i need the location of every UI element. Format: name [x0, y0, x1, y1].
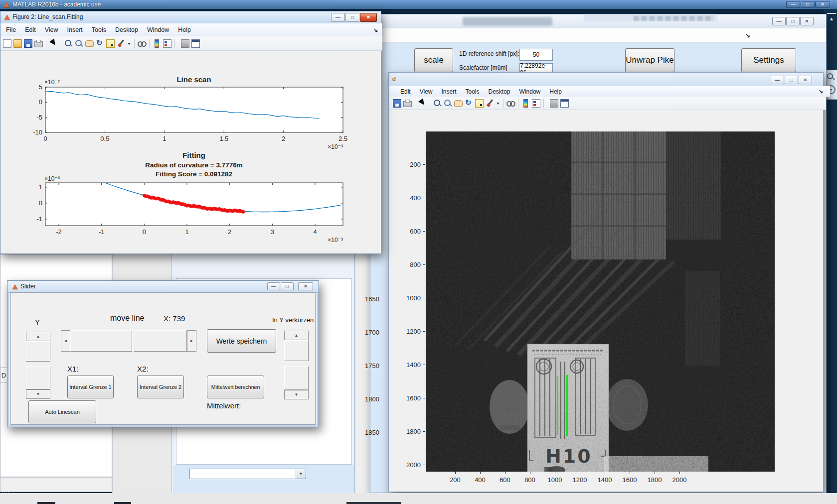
x-tick-label: 1800: [644, 476, 666, 484]
y-tick-label: 2000: [400, 461, 421, 469]
menu-item-tools[interactable]: Tools: [461, 87, 484, 97]
shorten-down-button[interactable]: ▼: [284, 390, 309, 399]
zoomout-icon[interactable]: [444, 99, 452, 108]
unwrap-pike-button[interactable]: Unwrap Pike: [625, 48, 674, 72]
svg-text:×10⁻⁷: ×10⁻⁷: [44, 79, 60, 86]
graysq-icon[interactable]: [181, 39, 189, 48]
save-values-button[interactable]: Werte speichern: [207, 329, 276, 353]
cursor-icon[interactable]: [49, 39, 58, 48]
menu-item-desktop[interactable]: Desktop: [111, 25, 143, 35]
zoomout-icon[interactable]: [75, 39, 83, 48]
gap-strip: [355, 252, 370, 496]
figure-d-titlebar[interactable]: d: [389, 73, 823, 87]
legend-icon[interactable]: [163, 39, 171, 48]
link-icon[interactable]: [138, 39, 146, 48]
interval2-button[interactable]: Interval Grenze 2: [137, 376, 184, 398]
scale-button[interactable]: scale: [414, 48, 453, 72]
zoomin-icon[interactable]: [433, 99, 442, 108]
figure-d-toolbar: [389, 97, 826, 110]
slider-left-button[interactable]: ◄: [61, 330, 70, 352]
menu-item-insert[interactable]: Insert: [437, 87, 461, 97]
search-icon[interactable]: [826, 72, 836, 82]
auto-linescan-button[interactable]: Auto Linescan: [28, 400, 96, 423]
menu-item-window[interactable]: Window: [515, 87, 545, 97]
figure-d-minimize-button[interactable]: —: [771, 76, 784, 84]
menu-item-window[interactable]: Window: [143, 25, 173, 35]
colorbar-icon[interactable]: [155, 39, 159, 48]
gui-minimize-button[interactable]: —: [772, 17, 786, 25]
rotate-icon[interactable]: [96, 39, 104, 48]
figure-d-maximize-button[interactable]: □: [785, 76, 798, 84]
hand-icon[interactable]: [85, 40, 94, 47]
side-tab[interactable]: D: [0, 368, 7, 382]
y-tick: [423, 164, 425, 165]
figure-d-close-button[interactable]: ✕: [799, 76, 812, 84]
menu-item-insert[interactable]: Insert: [63, 25, 87, 35]
slider-right-button[interactable]: ►: [187, 330, 196, 352]
figure2-minimize-button[interactable]: —: [331, 13, 345, 22]
y-slider-up-button[interactable]: ▲: [26, 332, 50, 341]
matlab-close-button[interactable]: ✕: [815, 1, 830, 8]
slider-maximize-button[interactable]: □: [281, 282, 294, 290]
menu-item-edit[interactable]: Edit: [396, 87, 415, 97]
brush-icon[interactable]: [486, 99, 494, 108]
datatip-icon[interactable]: [106, 39, 115, 48]
datatip-icon[interactable]: [475, 99, 484, 108]
gui-titlebar[interactable]: [370, 14, 826, 29]
brush-icon[interactable]: [117, 39, 125, 48]
save-icon[interactable]: [393, 99, 401, 108]
y-tick: [423, 465, 425, 465]
collapse-panel-icon[interactable]: ▲: [827, 13, 836, 23]
undock-icon[interactable]: ↘: [819, 88, 823, 95]
gui-close-button[interactable]: ✕: [800, 17, 814, 25]
caret-icon[interactable]: [496, 99, 500, 108]
matlab-maximize-button[interactable]: □: [801, 1, 815, 8]
menu-item-edit[interactable]: Edit: [20, 25, 40, 35]
shorten-up-button[interactable]: ▲: [284, 331, 309, 340]
menu-item-file[interactable]: File: [1, 25, 20, 35]
gui-maximize-button[interactable]: □: [786, 17, 800, 25]
hand-icon[interactable]: [454, 100, 463, 107]
linescan-marker-line[interactable]: [557, 377, 558, 435]
y-tick: [423, 365, 425, 365]
slider-close-button[interactable]: ✕: [298, 282, 313, 290]
background-combobox[interactable]: ▼: [189, 469, 306, 479]
colorbar-icon[interactable]: [523, 99, 528, 108]
menu-item-view[interactable]: View: [40, 25, 63, 35]
figure2-maximize-button[interactable]: □: [345, 13, 359, 22]
svg-text:-1: -1: [99, 228, 105, 236]
menu-item-view[interactable]: View: [415, 87, 437, 97]
linescan-marker-line[interactable]: [566, 375, 568, 436]
menu-item-help[interactable]: Help: [545, 87, 566, 97]
matlab-minimize-button[interactable]: —: [786, 1, 800, 8]
undock-icon[interactable]: ↘: [745, 32, 750, 39]
figure2-close-button[interactable]: ✕: [360, 13, 377, 22]
print-icon[interactable]: [34, 41, 43, 47]
graysq-icon[interactable]: [550, 99, 558, 108]
window-icon[interactable]: [560, 99, 569, 108]
caret-icon[interactable]: [127, 39, 131, 48]
menu-item-tools[interactable]: Tools: [87, 25, 111, 35]
menu-item-desktop[interactable]: Desktop: [484, 87, 515, 97]
save-icon[interactable]: [24, 39, 32, 48]
page-icon[interactable]: [3, 39, 11, 48]
link-icon[interactable]: [506, 99, 515, 108]
zoomin-icon[interactable]: [64, 39, 73, 48]
mean-button[interactable]: Mittelwert berechnen: [207, 376, 264, 398]
y-slider-down-button[interactable]: ▼: [26, 389, 50, 399]
slider-minimize-button[interactable]: —: [267, 282, 280, 290]
menu-item-help[interactable]: Help: [173, 25, 195, 35]
print-icon[interactable]: [403, 101, 412, 107]
interval1-button[interactable]: Interval Grenze 1: [67, 376, 114, 398]
settings-button[interactable]: Settings: [741, 48, 796, 72]
window-icon[interactable]: [191, 39, 200, 48]
cursor-icon[interactable]: [418, 99, 427, 108]
figure2-titlebar[interactable]: Figure 2: Line_scan,Fitting: [0, 11, 381, 24]
y-tick-label: 400: [400, 194, 421, 202]
rotate-icon[interactable]: [465, 99, 473, 108]
legend-icon[interactable]: [532, 99, 540, 108]
combobox-button[interactable]: ▼: [296, 469, 306, 479]
menubar-overflow-icon[interactable]: ↘: [373, 27, 378, 33]
folder-icon[interactable]: [13, 39, 22, 48]
ref-shift-field[interactable]: 50: [519, 49, 553, 61]
